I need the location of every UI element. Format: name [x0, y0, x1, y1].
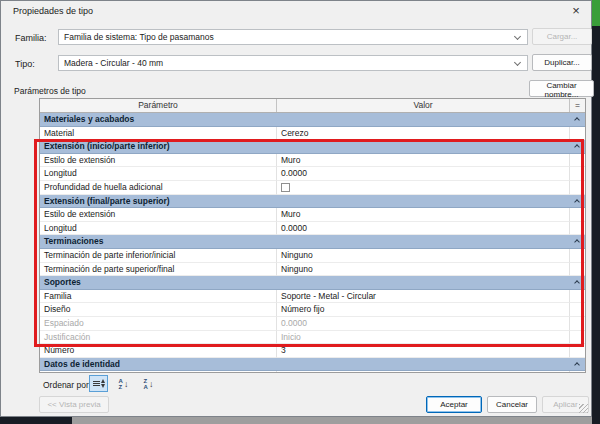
param-row: Profundidad de huella adicional — [40, 181, 585, 195]
param-row: Longitud0.0000 — [40, 167, 585, 181]
equals-cell — [570, 127, 585, 141]
familia-label: Familia: — [15, 33, 47, 43]
param-name: Familia — [40, 290, 277, 304]
dialog-title: Propiedades de tipo — [13, 6, 93, 16]
column-header-valor[interactable]: Valor — [277, 99, 570, 112]
tipo-dropdown-value: Madera - Circular - 40 mm — [64, 58, 163, 68]
param-name: Justificación — [40, 331, 277, 345]
param-value[interactable]: Número fijo — [277, 303, 570, 317]
param-row: Imagen de tipo — [40, 371, 585, 373]
param-name: Terminación de parte superior/final — [40, 263, 277, 277]
param-name: Estilo de extensión — [40, 154, 277, 168]
table-body: Materiales y acabadosMaterialCerezoExten… — [40, 113, 585, 373]
down-arrow-icon: ↓ — [124, 379, 129, 389]
cargar-button[interactable]: Cargar... — [532, 28, 592, 45]
sort-ascending-button[interactable]: AZ ↓ — [114, 375, 133, 392]
sort-lines-icon — [93, 381, 100, 386]
chevron-down-icon — [514, 59, 521, 66]
param-name: Estilo de extensión — [40, 208, 277, 222]
param-name: Número — [40, 344, 277, 358]
param-value[interactable] — [277, 181, 570, 195]
param-group-label: Terminaciones — [40, 235, 103, 248]
param-value[interactable]: Cerezo — [277, 127, 570, 141]
equals-cell — [570, 331, 585, 345]
param-value[interactable]: 0.0000 — [277, 167, 570, 181]
param-group-header[interactable]: Terminaciones — [40, 235, 585, 249]
collapse-chevron-icon[interactable] — [574, 362, 580, 368]
equals-cell — [570, 290, 585, 304]
param-group-header[interactable]: Soportes — [40, 276, 585, 290]
equals-cell — [570, 344, 585, 358]
param-row: FamiliaSoporte - Metal - Circular — [40, 290, 585, 304]
column-header-parametro[interactable]: Parámetro — [40, 99, 277, 112]
equals-cell — [570, 181, 585, 195]
param-value: 0.0000 — [277, 317, 570, 331]
param-group-label: Materiales y acabados — [40, 113, 134, 126]
cancelar-button[interactable]: Cancelar — [487, 396, 537, 413]
chevron-down-icon — [514, 33, 521, 40]
close-icon[interactable]: × — [568, 3, 584, 19]
duplicar-button[interactable]: Duplicar... — [532, 54, 592, 71]
parametros-de-tipo-caption: Parámetros de tipo — [14, 86, 86, 96]
background-bottom-left — [0, 417, 72, 424]
param-group-header[interactable]: Datos de identidad — [40, 358, 585, 372]
collapse-chevron-icon[interactable] — [574, 144, 580, 150]
param-value[interactable]: Ninguno — [277, 249, 570, 263]
param-row: Espaciado0.0000 — [40, 317, 585, 331]
param-value[interactable]: Ninguno — [277, 263, 570, 277]
equals-cell — [570, 222, 585, 236]
background-green-block — [592, 0, 600, 26]
param-name: Longitud — [40, 167, 277, 181]
param-row: Número3 — [40, 344, 585, 358]
equals-cell — [570, 208, 585, 222]
equals-cell — [570, 303, 585, 317]
tipo-label: Tipo: — [15, 59, 35, 69]
collapse-chevron-icon[interactable] — [574, 199, 580, 205]
sort-descending-button[interactable]: ZA ↓ — [139, 375, 158, 392]
vista-previa-button[interactable]: << Vista previa — [39, 396, 109, 413]
param-name: Terminación de parte inferior/inicial — [40, 249, 277, 263]
collapse-chevron-icon[interactable] — [574, 117, 580, 123]
param-row: Estilo de extensiónMuro — [40, 208, 585, 222]
param-name: Espaciado — [40, 317, 277, 331]
down-arrow-icon: ↓ — [149, 379, 154, 389]
collapse-chevron-icon[interactable] — [574, 240, 580, 246]
table-header-row: Parámetro Valor = — [40, 99, 585, 113]
equals-cell — [570, 167, 585, 181]
param-group-header[interactable]: Extensión (inicio/parte inferior) — [40, 140, 585, 154]
param-row: Terminación de parte superior/finalNingu… — [40, 263, 585, 277]
familia-dropdown[interactable]: Familia de sistema: Tipo de pasamanos — [58, 29, 528, 45]
param-name: Diseño — [40, 303, 277, 317]
param-row: JustificaciónInicio — [40, 331, 585, 345]
param-group-header[interactable]: Materiales y acabados — [40, 113, 585, 127]
resize-grip[interactable] — [579, 404, 588, 413]
equals-cell — [570, 249, 585, 263]
param-value[interactable]: 0.0000 — [277, 222, 570, 236]
param-row: Terminación de parte inferior/inicialNin… — [40, 249, 585, 263]
param-value[interactable]: Muro — [277, 208, 570, 222]
column-header-equals[interactable]: = — [570, 99, 585, 112]
parameters-table: Parámetro Valor = Materiales y acabadosM… — [39, 98, 586, 373]
type-properties-dialog: Propiedades de tipo × Familia: Familia d… — [0, 0, 592, 417]
tipo-dropdown[interactable]: Madera - Circular - 40 mm — [58, 55, 528, 71]
equals-cell — [570, 317, 585, 331]
aceptar-button[interactable]: Aceptar — [426, 396, 482, 413]
param-group-label: Soportes — [40, 276, 81, 289]
checkbox[interactable] — [281, 183, 290, 192]
collapse-chevron-icon[interactable] — [574, 280, 580, 286]
param-value: Inicio — [277, 331, 570, 345]
param-value[interactable]: Muro — [277, 154, 570, 168]
sort-default-button[interactable] — [89, 375, 108, 392]
param-value[interactable]: Soporte - Metal - Circular — [277, 290, 570, 304]
titlebar[interactable]: Propiedades de tipo × — [1, 1, 591, 23]
param-value[interactable] — [277, 371, 570, 373]
cambiar-nombre-button[interactable]: Cambiar nombre... — [529, 80, 594, 97]
param-value[interactable]: 3 — [277, 344, 570, 358]
ordenar-por-label: Ordenar por: — [43, 380, 91, 390]
param-name: Longitud — [40, 222, 277, 236]
equals-cell — [570, 263, 585, 277]
param-group-header[interactable]: Extensión (final/parte superior) — [40, 195, 585, 209]
param-group-label: Datos de identidad — [40, 358, 120, 371]
sort-updown-arrows-icon — [101, 379, 105, 388]
familia-dropdown-value: Familia de sistema: Tipo de pasamanos — [64, 32, 214, 42]
